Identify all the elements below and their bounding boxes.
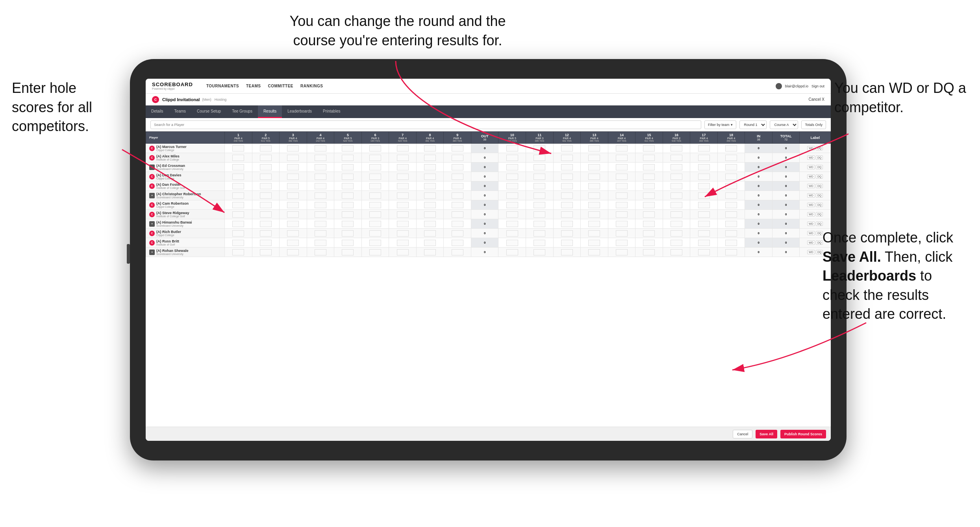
wd-button[interactable]: WD xyxy=(807,193,815,198)
score-input-h3[interactable] xyxy=(287,211,299,218)
score-input-h9[interactable] xyxy=(452,145,463,152)
score-input-h13[interactable] xyxy=(588,211,600,218)
score-input-h18[interactable] xyxy=(725,174,737,180)
score-input-h16[interactable] xyxy=(671,202,682,208)
score-input-h9[interactable] xyxy=(452,183,463,189)
score-input-h11[interactable] xyxy=(534,249,545,255)
dq-button[interactable]: DQ xyxy=(816,193,823,198)
score-input-h6[interactable] xyxy=(369,145,381,152)
wd-button[interactable]: WD xyxy=(807,203,815,207)
score-input-h3[interactable] xyxy=(287,174,299,180)
score-input-h2[interactable] xyxy=(260,192,272,199)
score-input-h18[interactable] xyxy=(725,230,737,237)
score-input-h14[interactable] xyxy=(616,183,628,189)
score-input-h5[interactable] xyxy=(342,240,354,246)
score-input-h5[interactable] xyxy=(342,145,354,152)
score-input-h13[interactable] xyxy=(588,174,600,180)
score-input-h5[interactable] xyxy=(342,202,354,208)
score-input-h4[interactable] xyxy=(315,145,326,152)
score-input-h14[interactable] xyxy=(616,211,628,218)
score-input-h14[interactable] xyxy=(616,192,628,199)
score-input-h18[interactable] xyxy=(725,192,737,199)
score-input-h2[interactable] xyxy=(260,211,272,218)
score-input-h18[interactable] xyxy=(725,211,737,218)
score-input-h11[interactable] xyxy=(534,145,545,152)
sign-out-link[interactable]: Sign out xyxy=(811,84,824,88)
score-input-h7[interactable] xyxy=(397,240,409,246)
score-input-h3[interactable] xyxy=(287,230,299,237)
score-input-h17[interactable] xyxy=(698,155,710,161)
score-input-h16[interactable] xyxy=(671,249,682,255)
score-input-h13[interactable] xyxy=(588,202,600,208)
score-input-h15[interactable] xyxy=(643,221,655,227)
score-input-h3[interactable] xyxy=(287,164,299,170)
score-input-h10[interactable] xyxy=(506,155,518,161)
score-input-h3[interactable] xyxy=(287,249,299,255)
score-input-h7[interactable] xyxy=(397,174,409,180)
score-input-h17[interactable] xyxy=(698,202,710,208)
score-input-h15[interactable] xyxy=(643,164,655,170)
score-input-h17[interactable] xyxy=(698,183,710,189)
score-input-h9[interactable] xyxy=(452,221,463,227)
score-input-h11[interactable] xyxy=(534,202,545,208)
score-input-h7[interactable] xyxy=(397,145,409,152)
score-input-h6[interactable] xyxy=(369,174,381,180)
dq-button[interactable]: DQ xyxy=(816,165,823,169)
score-input-h13[interactable] xyxy=(588,240,600,246)
nav-committee[interactable]: COMMITTEE xyxy=(268,84,294,88)
wd-button[interactable]: WD xyxy=(807,231,815,235)
dq-button[interactable]: DQ xyxy=(816,212,823,216)
score-input-h5[interactable] xyxy=(342,174,354,180)
wd-button[interactable]: WD xyxy=(807,146,815,150)
score-input-h7[interactable] xyxy=(397,192,409,199)
score-input-h4[interactable] xyxy=(315,221,326,227)
score-input-h17[interactable] xyxy=(698,230,710,237)
score-input-h1[interactable] xyxy=(232,240,244,246)
score-input-h10[interactable] xyxy=(506,221,518,227)
dq-button[interactable]: DQ xyxy=(816,203,823,207)
score-input-h9[interactable] xyxy=(452,174,463,180)
score-input-h7[interactable] xyxy=(397,183,409,189)
score-input-h8[interactable] xyxy=(424,240,436,246)
score-input-h9[interactable] xyxy=(452,249,463,255)
score-input-h2[interactable] xyxy=(260,145,272,152)
score-input-h14[interactable] xyxy=(616,249,628,255)
score-input-h7[interactable] xyxy=(397,202,409,208)
score-input-h9[interactable] xyxy=(452,211,463,218)
score-input-h8[interactable] xyxy=(424,230,436,237)
score-input-h15[interactable] xyxy=(643,202,655,208)
score-input-h2[interactable] xyxy=(260,164,272,170)
score-input-h16[interactable] xyxy=(671,240,682,246)
score-input-h10[interactable] xyxy=(506,211,518,218)
score-input-h2[interactable] xyxy=(260,183,272,189)
score-input-h8[interactable] xyxy=(424,183,436,189)
score-input-h3[interactable] xyxy=(287,145,299,152)
score-input-h15[interactable] xyxy=(643,145,655,152)
score-input-h1[interactable] xyxy=(232,145,244,152)
score-input-h17[interactable] xyxy=(698,249,710,255)
score-input-h11[interactable] xyxy=(534,174,545,180)
score-input-h11[interactable] xyxy=(534,221,545,227)
score-input-h15[interactable] xyxy=(643,240,655,246)
wd-button[interactable]: WD xyxy=(807,222,815,226)
filter-by-team-button[interactable]: Filter by team ▾ xyxy=(704,120,737,129)
score-input-h2[interactable] xyxy=(260,155,272,161)
score-input-h16[interactable] xyxy=(671,183,682,189)
dq-button[interactable]: DQ xyxy=(816,146,823,150)
tab-details[interactable]: Details xyxy=(146,105,169,118)
score-input-h7[interactable] xyxy=(397,155,409,161)
score-input-h14[interactable] xyxy=(616,155,628,161)
score-input-h18[interactable] xyxy=(725,249,737,255)
score-input-h4[interactable] xyxy=(315,155,326,161)
score-input-h5[interactable] xyxy=(342,211,354,218)
score-input-h2[interactable] xyxy=(260,221,272,227)
score-input-h12[interactable] xyxy=(561,221,573,227)
score-input-h2[interactable] xyxy=(260,202,272,208)
score-input-h2[interactable] xyxy=(260,240,272,246)
score-input-h17[interactable] xyxy=(698,145,710,152)
dq-button[interactable]: DQ xyxy=(816,231,823,235)
score-input-h14[interactable] xyxy=(616,240,628,246)
score-input-h8[interactable] xyxy=(424,249,436,255)
score-input-h9[interactable] xyxy=(452,192,463,199)
score-input-h17[interactable] xyxy=(698,174,710,180)
